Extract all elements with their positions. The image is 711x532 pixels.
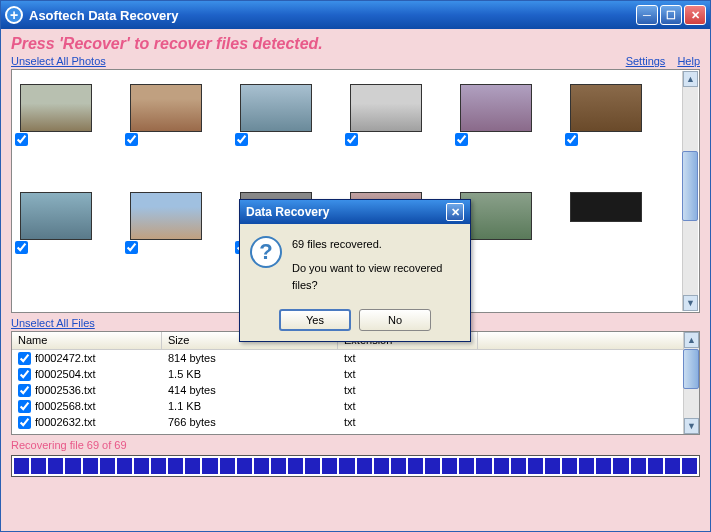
file-row[interactable]: f0002568.txt1.1 KBtxt bbox=[12, 398, 699, 414]
dialog-text: 69 files recovered. Do you want to view … bbox=[292, 236, 460, 295]
file-checkbox[interactable] bbox=[18, 352, 31, 365]
file-size: 766 bytes bbox=[162, 416, 338, 428]
photo-thumbnail bbox=[570, 84, 642, 132]
file-checkbox[interactable] bbox=[18, 416, 31, 429]
window-controls: ─ ☐ ✕ bbox=[636, 5, 706, 25]
photo-item[interactable] bbox=[130, 186, 190, 276]
photo-checkbox[interactable] bbox=[15, 241, 28, 254]
file-checkbox[interactable] bbox=[18, 384, 31, 397]
photo-checkbox[interactable] bbox=[565, 133, 578, 146]
no-button[interactable]: No bbox=[359, 309, 431, 331]
photo-thumbnail bbox=[20, 192, 92, 240]
photo-checkbox[interactable] bbox=[125, 241, 138, 254]
status-text: Recovering file 69 of 69 bbox=[11, 439, 700, 451]
photo-checkbox[interactable] bbox=[15, 133, 28, 146]
scroll-thumb[interactable] bbox=[682, 151, 698, 221]
file-size: 414 bytes bbox=[162, 384, 338, 396]
photo-item[interactable] bbox=[20, 78, 80, 168]
files-panel: Name Size Extension f0002472.txt814 byte… bbox=[11, 331, 700, 435]
window-title: Asoftech Data Recovery bbox=[29, 8, 636, 23]
file-name: f0002632.txt bbox=[35, 416, 96, 428]
scroll-thumb[interactable] bbox=[683, 349, 699, 389]
dialog-body: ? 69 files recovered. Do you want to vie… bbox=[240, 224, 470, 341]
photo-thumbnail bbox=[20, 84, 92, 132]
question-icon: ? bbox=[250, 236, 282, 268]
titlebar: Asoftech Data Recovery ─ ☐ ✕ bbox=[1, 1, 710, 29]
photo-item[interactable] bbox=[460, 78, 520, 168]
photo-thumbnail bbox=[570, 192, 642, 222]
photo-item[interactable] bbox=[130, 78, 190, 168]
photo-item[interactable] bbox=[240, 78, 300, 168]
dialog-titlebar: Data Recovery ✕ bbox=[240, 200, 470, 224]
scroll-down-icon[interactable]: ▼ bbox=[684, 418, 699, 434]
recovery-dialog: Data Recovery ✕ ? 69 files recovered. Do… bbox=[239, 199, 471, 342]
photo-item[interactable] bbox=[350, 78, 410, 168]
dialog-line1: 69 files recovered. bbox=[292, 236, 460, 254]
yes-button[interactable]: Yes bbox=[279, 309, 351, 331]
scroll-up-icon[interactable]: ▲ bbox=[683, 71, 698, 87]
file-name: f0002472.txt bbox=[35, 352, 96, 364]
file-name: f0002536.txt bbox=[35, 384, 96, 396]
photo-item[interactable] bbox=[570, 78, 630, 168]
help-link[interactable]: Help bbox=[677, 55, 700, 67]
progress-bar bbox=[11, 455, 700, 477]
file-checkbox[interactable] bbox=[18, 400, 31, 413]
photo-thumbnail bbox=[130, 192, 202, 240]
photo-checkbox[interactable] bbox=[455, 133, 468, 146]
main-window: Asoftech Data Recovery ─ ☐ ✕ Press 'Reco… bbox=[0, 0, 711, 532]
file-ext: txt bbox=[338, 368, 478, 380]
column-header-name[interactable]: Name bbox=[12, 332, 162, 349]
file-row[interactable]: f0002632.txt766 bytestxt bbox=[12, 414, 699, 430]
dialog-title: Data Recovery bbox=[246, 205, 446, 219]
file-ext: txt bbox=[338, 384, 478, 396]
file-size: 814 bytes bbox=[162, 352, 338, 364]
close-button[interactable]: ✕ bbox=[684, 5, 706, 25]
photo-checkbox[interactable] bbox=[125, 133, 138, 146]
file-row[interactable]: f0002504.txt1.5 KBtxt bbox=[12, 366, 699, 382]
files-scrollbar[interactable]: ▲ ▼ bbox=[683, 332, 699, 434]
settings-link[interactable]: Settings bbox=[626, 55, 666, 67]
file-name: f0002568.txt bbox=[35, 400, 96, 412]
scroll-up-icon[interactable]: ▲ bbox=[684, 332, 699, 348]
unselect-files-link[interactable]: Unselect All Files bbox=[11, 317, 95, 329]
right-links: Settings Help bbox=[626, 55, 700, 67]
file-ext: txt bbox=[338, 400, 478, 412]
photo-thumbnail bbox=[460, 84, 532, 132]
photo-thumbnail bbox=[350, 84, 422, 132]
maximize-button[interactable]: ☐ bbox=[660, 5, 682, 25]
photo-checkbox[interactable] bbox=[235, 133, 248, 146]
scroll-down-icon[interactable]: ▼ bbox=[683, 295, 698, 311]
file-row[interactable]: f0002536.txt414 bytestxt bbox=[12, 382, 699, 398]
file-ext: txt bbox=[338, 352, 478, 364]
dialog-close-button[interactable]: ✕ bbox=[446, 203, 464, 221]
app-icon bbox=[5, 6, 23, 24]
file-name: f0002504.txt bbox=[35, 368, 96, 380]
instruction-text: Press 'Recover' to recover files detecte… bbox=[11, 35, 700, 53]
file-size: 1.1 KB bbox=[162, 400, 338, 412]
file-checkbox[interactable] bbox=[18, 368, 31, 381]
file-size: 1.5 KB bbox=[162, 368, 338, 380]
top-links-row: Unselect All Photos Settings Help bbox=[11, 55, 700, 67]
photo-thumbnail bbox=[240, 84, 312, 132]
photo-item[interactable] bbox=[570, 186, 630, 276]
photo-checkbox[interactable] bbox=[345, 133, 358, 146]
photos-scrollbar[interactable]: ▲ ▼ bbox=[682, 71, 698, 311]
dialog-content: ? 69 files recovered. Do you want to vie… bbox=[250, 236, 460, 295]
unselect-photos-link[interactable]: Unselect All Photos bbox=[11, 55, 106, 67]
dialog-line2: Do you want to view recovered files? bbox=[292, 260, 460, 295]
photo-thumbnail bbox=[130, 84, 202, 132]
file-ext: txt bbox=[338, 416, 478, 428]
files-body: f0002472.txt814 bytestxt f0002504.txt1.5… bbox=[12, 350, 699, 430]
column-header-blank bbox=[478, 332, 699, 349]
dialog-buttons: Yes No bbox=[250, 309, 460, 331]
photo-item[interactable] bbox=[20, 186, 80, 276]
minimize-button[interactable]: ─ bbox=[636, 5, 658, 25]
file-row[interactable]: f0002472.txt814 bytestxt bbox=[12, 350, 699, 366]
